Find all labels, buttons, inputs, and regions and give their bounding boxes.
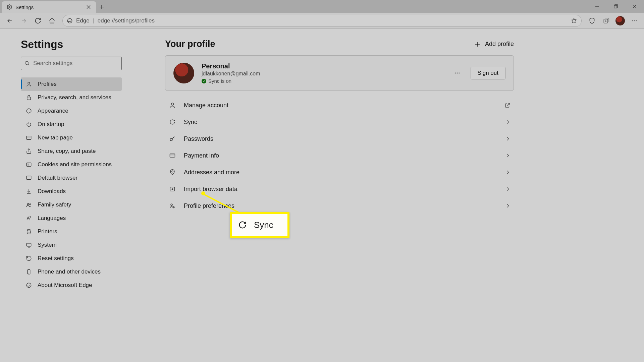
import-icon bbox=[168, 185, 176, 193]
menu-button[interactable] bbox=[628, 14, 641, 27]
phone-icon bbox=[25, 268, 32, 275]
svg-point-19 bbox=[454, 73, 455, 74]
profile-more-button[interactable] bbox=[451, 67, 463, 79]
option-sync[interactable]: Sync bbox=[165, 114, 514, 130]
profiles-icon bbox=[25, 81, 32, 87]
window-maximize-button[interactable] bbox=[606, 0, 625, 13]
svg-rect-24 bbox=[170, 154, 175, 157]
add-profile-button[interactable]: Add profile bbox=[474, 41, 514, 48]
close-tab-icon[interactable] bbox=[86, 4, 91, 10]
nav-label: Phone and other devices bbox=[38, 268, 101, 275]
settings-sidebar: Settings Profiles Privacy, search, and s… bbox=[0, 29, 142, 362]
profile-sync-status: Sync is on bbox=[202, 78, 260, 84]
home-button[interactable] bbox=[46, 14, 58, 27]
nav-share[interactable]: Share, copy, and paste bbox=[21, 144, 122, 158]
plus-icon bbox=[474, 41, 480, 47]
nav-label: Cookies and site permissions bbox=[38, 161, 112, 168]
collections-icon[interactable] bbox=[600, 14, 612, 27]
svg-point-5 bbox=[634, 20, 635, 21]
edge-icon bbox=[25, 282, 32, 289]
cookies-icon bbox=[25, 161, 32, 168]
sync-icon bbox=[168, 118, 176, 126]
profile-avatar-button[interactable] bbox=[614, 14, 627, 27]
tracking-prevention-icon[interactable] bbox=[586, 14, 598, 27]
nav-system[interactable]: System bbox=[21, 238, 122, 252]
appearance-icon bbox=[25, 108, 32, 114]
option-label: Passwords bbox=[184, 135, 213, 142]
nav-label: System bbox=[38, 242, 57, 248]
window-close-button[interactable] bbox=[625, 0, 644, 13]
profile-avatar bbox=[173, 63, 194, 83]
check-icon bbox=[202, 79, 206, 83]
new-tab-button[interactable] bbox=[96, 1, 107, 13]
toolbar: Edge | edge://settings/profiles bbox=[0, 13, 644, 29]
nav-downloads[interactable]: Downloads bbox=[21, 185, 122, 198]
svg-point-14 bbox=[30, 204, 31, 205]
nav-about[interactable]: About Microsoft Edge bbox=[21, 279, 122, 292]
svg-point-20 bbox=[457, 73, 458, 74]
svg-rect-9 bbox=[27, 97, 31, 100]
content-area: Settings Profiles Privacy, search, and s… bbox=[0, 29, 644, 362]
nav-appearance[interactable]: Appearance bbox=[21, 104, 122, 118]
profile-options-list: Manage account Sync Passwords Payment in… bbox=[165, 97, 514, 214]
nav-languages[interactable]: Languages bbox=[21, 212, 122, 225]
svg-rect-16 bbox=[26, 243, 31, 246]
option-label: Addresses and more bbox=[184, 169, 239, 176]
nav-label: New tab page bbox=[38, 134, 73, 141]
option-addresses[interactable]: Addresses and more bbox=[165, 164, 514, 181]
nav-profiles[interactable]: Profiles bbox=[21, 77, 122, 91]
svg-rect-10 bbox=[26, 136, 31, 140]
option-passwords[interactable]: Passwords bbox=[165, 130, 514, 147]
chevron-right-icon bbox=[505, 119, 511, 125]
nav-printers[interactable]: Printers bbox=[21, 225, 122, 238]
preferences-icon bbox=[168, 202, 176, 210]
nav-label: Profiles bbox=[38, 81, 57, 87]
default-browser-icon bbox=[25, 175, 32, 181]
nav-phone[interactable]: Phone and other devices bbox=[21, 265, 122, 279]
nav-label: Reset settings bbox=[38, 255, 74, 262]
refresh-button[interactable] bbox=[32, 14, 44, 27]
nav-cookies[interactable]: Cookies and site permissions bbox=[21, 158, 122, 171]
nav-startup[interactable]: On startup bbox=[21, 118, 122, 131]
newtab-icon bbox=[25, 134, 32, 141]
nav-label: Languages bbox=[38, 215, 66, 222]
sign-out-button[interactable]: Sign out bbox=[471, 67, 505, 79]
power-icon bbox=[25, 121, 32, 128]
nav-family[interactable]: Family safety bbox=[21, 198, 122, 212]
svg-point-0 bbox=[9, 6, 10, 8]
address-separator: | bbox=[93, 18, 94, 24]
location-icon bbox=[168, 168, 176, 176]
address-bar[interactable]: Edge | edge://settings/profiles bbox=[62, 15, 582, 27]
option-label: Profile preferences bbox=[184, 202, 234, 209]
option-payment[interactable]: Payment info bbox=[165, 147, 514, 164]
svg-point-27 bbox=[171, 204, 172, 205]
forward-button[interactable] bbox=[17, 14, 30, 27]
window-minimize-button[interactable] bbox=[588, 0, 606, 13]
section-title: Your profile bbox=[165, 39, 215, 49]
settings-nav: Profiles Privacy, search, and services A… bbox=[21, 77, 122, 292]
system-icon bbox=[25, 242, 32, 248]
avatar-icon bbox=[615, 16, 625, 25]
back-button[interactable] bbox=[3, 14, 16, 27]
option-label: Import browser data bbox=[184, 186, 237, 193]
nav-privacy[interactable]: Privacy, search, and services bbox=[21, 91, 122, 104]
option-import[interactable]: Import browser data bbox=[165, 181, 514, 197]
svg-point-25 bbox=[172, 171, 173, 172]
family-icon bbox=[25, 201, 32, 208]
nav-label: About Microsoft Edge bbox=[38, 282, 92, 289]
svg-point-8 bbox=[28, 82, 30, 84]
nav-reset[interactable]: Reset settings bbox=[21, 252, 122, 265]
svg-point-4 bbox=[632, 20, 633, 21]
nav-default-browser[interactable]: Default browser bbox=[21, 171, 122, 185]
option-preferences[interactable]: Profile preferences bbox=[165, 197, 514, 214]
search-settings-box[interactable] bbox=[21, 57, 122, 70]
svg-point-13 bbox=[27, 203, 29, 205]
option-manage-account[interactable]: Manage account bbox=[165, 97, 514, 114]
nav-newtab[interactable]: New tab page bbox=[21, 131, 122, 144]
favorites-icon[interactable] bbox=[571, 17, 577, 24]
add-profile-label: Add profile bbox=[485, 41, 514, 48]
browser-tab[interactable]: Settings bbox=[2, 1, 96, 13]
search-input[interactable] bbox=[33, 60, 118, 67]
option-label: Manage account bbox=[184, 102, 228, 109]
nav-label: Share, copy, and paste bbox=[38, 148, 96, 155]
